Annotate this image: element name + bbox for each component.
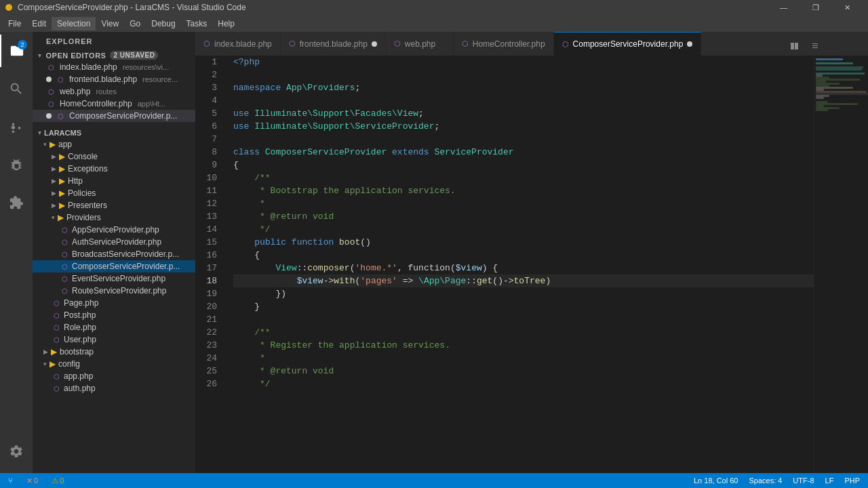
folder-icon: ▶ — [50, 140, 56, 149]
maximize-button[interactable]: ❐ — [800, 0, 831, 15]
code-line-4 — [233, 94, 814, 107]
tree-app-php[interactable]: ⬡ app.php — [33, 370, 195, 382]
folder-icon-exceptions: ▶ — [59, 164, 65, 174]
tree-presenters[interactable]: ▶ ▶ Presenters — [33, 199, 195, 211]
tab-modified-dot — [372, 41, 377, 47]
split-editor-button[interactable] — [785, 37, 804, 56]
sidebar-header: Explorer — [33, 32, 195, 48]
open-file-web[interactable]: ⬡ web.php routes — [33, 85, 195, 98]
menu-go[interactable]: Go — [124, 17, 146, 30]
open-file-composerservice[interactable]: ⬡ ComposerServiceProvider.p... — [33, 110, 195, 122]
chevron-right-icon: ▶ — [52, 153, 56, 160]
tree-app-folder[interactable]: ▾ ▶ app — [33, 138, 195, 150]
minimize-button[interactable]: — — [768, 0, 799, 15]
chevron-right-icon-5: ▶ — [52, 202, 56, 209]
tree-config[interactable]: ▾ ▶ config — [33, 358, 195, 370]
tree-providers[interactable]: ▾ ▶ Providers — [33, 211, 195, 224]
tab-composerservice[interactable]: ⬡ ComposerServiceProvider.php — [554, 32, 702, 56]
main-area: 2 Explore — [0, 32, 868, 473]
tree-exceptions[interactable]: ▶ ▶ Exceptions — [33, 163, 195, 175]
tabs-bar: ⬡ index.blade.php ⬡ frontend.blade.php ⬡… — [195, 32, 868, 56]
activity-files[interactable]: 2 — [0, 35, 33, 67]
code-line-7 — [233, 133, 814, 146]
tab-index-blade[interactable]: ⬡ index.blade.php — [195, 32, 281, 56]
tree-bootstrap[interactable]: ▶ ▶ bootstrap — [33, 346, 195, 358]
error-count[interactable]: ✕ 0 — [24, 476, 41, 485]
warning-count[interactable]: ⚠ 0 — [49, 476, 66, 485]
php-icon-5: ⬡ — [56, 111, 65, 121]
tab-frontend-blade[interactable]: ⬡ frontend.blade.php — [281, 32, 386, 56]
php-icon-2: ⬡ — [56, 75, 65, 84]
git-branch[interactable]: ⑂ — [5, 476, 16, 485]
menu-help[interactable]: Help — [212, 17, 240, 30]
tree-routeserviceprovider[interactable]: ⬡ RouteServiceProvider.php — [33, 285, 195, 297]
tree-appserviceprovider[interactable]: ⬡ AppServiceProvider.php — [33, 224, 195, 236]
tab-web-php[interactable]: ⬡ web.php — [386, 32, 454, 56]
folder-icon-policies: ▶ — [59, 188, 65, 198]
code-line-15: public function boot() — [233, 236, 814, 249]
line-ending[interactable]: LF — [823, 476, 837, 485]
more-tabs-button[interactable] — [806, 37, 825, 56]
window-controls: — ❐ ✕ — [768, 0, 863, 15]
cursor-position[interactable]: Ln 18, Col 60 — [691, 476, 741, 485]
chevron-right-icon-4: ▶ — [52, 190, 56, 197]
code-line-6: use Illuminate\Support\ServiceProvider; — [233, 120, 814, 133]
activity-debug[interactable] — [0, 148, 33, 181]
language-mode[interactable]: PHP — [842, 476, 863, 485]
activity-extensions[interactable] — [0, 186, 33, 219]
open-file-frontend[interactable]: ⬡ frontend.blade.php resource... — [33, 73, 195, 85]
menu-debug[interactable]: Debug — [146, 17, 180, 30]
tree-http[interactable]: ▶ ▶ Http — [33, 175, 195, 187]
code-line-3: namespace App\Providers; — [233, 81, 814, 94]
code-content[interactable]: <?php namespace App\Providers; use Illum… — [228, 56, 814, 473]
menu-selection[interactable]: Selection — [52, 17, 96, 30]
chevron-right-icon-2: ▶ — [52, 165, 56, 172]
folder-icon-providers: ▶ — [58, 213, 64, 222]
menu-bar: File Edit Selection View Go Debug Tasks … — [0, 15, 868, 32]
open-editors-label: Open Editors — [46, 52, 106, 60]
blade-icon-1: ⬡ — [203, 39, 210, 48]
title-bar: ComposerServiceProvider.php - LaraCMS - … — [0, 0, 868, 15]
code-editor[interactable]: 1 2 3 4 5 6 7 8 9 10 11 12 13 14 15 16 1… — [195, 56, 868, 473]
project-root[interactable]: ▾ LARACMS — [33, 126, 195, 138]
close-button[interactable]: ✕ — [832, 0, 863, 15]
menu-view[interactable]: View — [96, 17, 124, 30]
php-icon-auth-php: ⬡ — [52, 384, 61, 393]
minimap-content — [814, 56, 868, 114]
tab-modified-dot-2 — [687, 41, 692, 47]
tree-composerserviceprovider[interactable]: ⬡ ComposerServiceProvider.p... — [33, 260, 195, 272]
tree-broadcastserviceprovider[interactable]: ⬡ BroadcastServiceProvider.p... — [33, 248, 195, 260]
tab-homecontroller[interactable]: ⬡ HomeController.php — [454, 32, 554, 56]
open-file-index[interactable]: ⬡ index.blade.php resources\vi... — [33, 61, 195, 73]
tree-console[interactable]: ▶ ▶ Console — [33, 150, 195, 163]
menu-file[interactable]: File — [3, 17, 26, 30]
php-icon-event: ⬡ — [60, 274, 69, 283]
php-icon-user: ⬡ — [52, 335, 61, 344]
tree-user[interactable]: ⬡ User.php — [33, 333, 195, 346]
open-file-homecontroller[interactable]: ⬡ HomeController.php app\Ht... — [33, 98, 195, 110]
tree-policies[interactable]: ▶ ▶ Policies — [33, 187, 195, 199]
app-title: ComposerServiceProvider.php - LaraCMS - … — [18, 3, 246, 12]
open-editors-header[interactable]: ▾ Open Editors 2 Unsaved — [33, 48, 195, 61]
activity-settings[interactable] — [0, 435, 33, 468]
tree-eventserviceprovider[interactable]: ⬡ EventServiceProvider.php — [33, 272, 195, 285]
activity-source-control[interactable] — [0, 110, 33, 143]
git-icon: ⑂ — [8, 476, 13, 485]
tree-page[interactable]: ⬡ Page.php — [33, 297, 195, 309]
menu-tasks[interactable]: Tasks — [181, 17, 213, 30]
unsaved-badge: 2 Unsaved — [110, 51, 158, 60]
folder-icon-bootstrap: ▶ — [51, 347, 57, 357]
tree-post[interactable]: ⬡ Post.php — [33, 309, 195, 321]
php-icon-composer: ⬡ — [60, 262, 69, 271]
menu-edit[interactable]: Edit — [26, 17, 52, 30]
folder-icon-config: ▶ — [50, 359, 56, 369]
code-line-26: */ — [233, 378, 814, 390]
activity-search[interactable] — [0, 73, 33, 105]
tree-auth-php[interactable]: ⬡ auth.php — [33, 382, 195, 394]
encoding[interactable]: UTF-8 — [790, 476, 816, 485]
code-line-8: class ComposerServiceProvider extends Se… — [233, 146, 814, 159]
tree-authserviceprovider[interactable]: ⬡ AuthServiceProvider.php — [33, 236, 195, 248]
tree-role[interactable]: ⬡ Role.php — [33, 321, 195, 333]
indentation[interactable]: Spaces: 4 — [746, 476, 785, 485]
chevron-down-icon-config: ▾ — [43, 361, 47, 367]
